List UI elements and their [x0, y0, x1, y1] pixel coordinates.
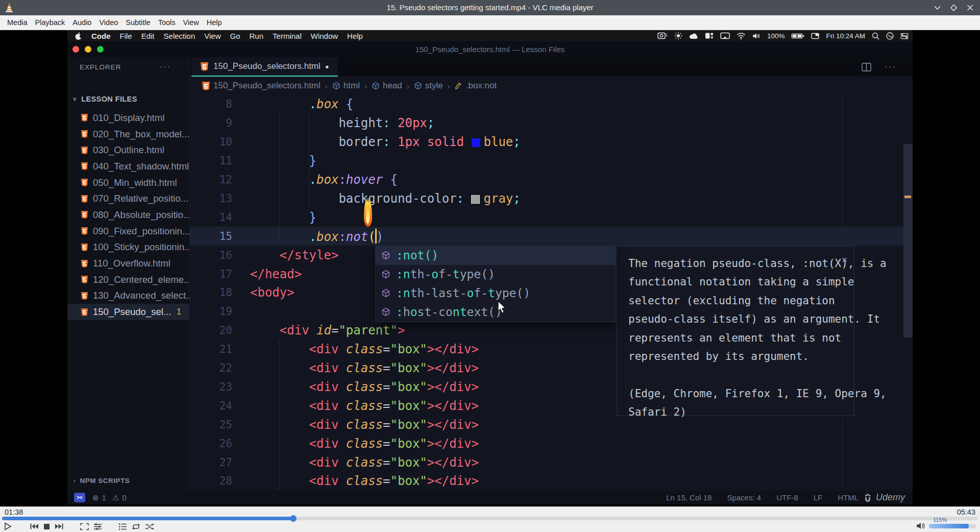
- file-item[interactable]: 130_Advanced_select...: [67, 288, 189, 304]
- code-line-14[interactable]: 14 }: [190, 208, 913, 227]
- suggest-item[interactable]: :nth-of-type(): [376, 265, 616, 284]
- macos-menu-selection[interactable]: Selection: [164, 32, 195, 40]
- code-line-27[interactable]: 27 <div class="box"></div>: [190, 453, 913, 472]
- macos-menu-code[interactable]: Code: [91, 32, 111, 40]
- loop-icon[interactable]: [132, 523, 140, 530]
- file-item[interactable]: 070_Relative_positio...: [67, 190, 189, 207]
- stop-icon[interactable]: [43, 523, 50, 530]
- seek-handle[interactable]: [290, 515, 297, 522]
- section-npm-scripts[interactable]: › NPM SCRIPTS: [67, 477, 130, 485]
- file-item[interactable]: 150_Pseudo_sel...1: [67, 304, 189, 320]
- breadcrumb-item[interactable]: 150_Pseudo_selectors.html: [202, 81, 321, 91]
- problems-indicator[interactable]: ⊗1 ⚠0: [92, 493, 127, 502]
- file-item[interactable]: 080_Absolute_positio...: [67, 207, 189, 223]
- macos-menu-terminal[interactable]: Terminal: [273, 32, 302, 40]
- breadcrumb-item[interactable]: .box:not: [455, 81, 497, 91]
- breadcrumb-item[interactable]: html: [332, 81, 360, 91]
- split-editor-icon[interactable]: [862, 63, 871, 71]
- previous-icon[interactable]: [30, 523, 39, 530]
- statusbar-item[interactable]: Ln 15, Col 18: [666, 493, 712, 502]
- close-traffic-light[interactable]: [72, 46, 79, 53]
- file-item[interactable]: 010_Display.html: [67, 110, 189, 126]
- file-item[interactable]: 110_Overflow.html: [67, 255, 189, 272]
- macos-menu-file[interactable]: File: [120, 32, 132, 40]
- wifi-icon[interactable]: [737, 33, 746, 39]
- file-item[interactable]: 050_Min_width.html: [67, 175, 189, 191]
- file-item[interactable]: 100_Sticky_positionin...: [67, 239, 189, 256]
- file-item[interactable]: 040_Text_shadow.html: [67, 158, 189, 175]
- brightness-icon[interactable]: [674, 32, 682, 40]
- code-line-8[interactable]: 8 .box {: [190, 95, 913, 114]
- more-actions-icon[interactable]: ···: [885, 62, 896, 72]
- close-icon[interactable]: ✕: [842, 250, 847, 269]
- vlc-menu-view[interactable]: View: [182, 17, 200, 28]
- file-item[interactable]: 020_The_box_model....: [67, 126, 189, 142]
- macos-menu-window[interactable]: Window: [311, 32, 338, 40]
- minimize-traffic-light[interactable]: [85, 46, 91, 53]
- breadcrumb-item[interactable]: style: [414, 81, 443, 91]
- statusbar-item[interactable]: Spaces: 4: [727, 493, 761, 502]
- battery-charging-icon[interactable]: [791, 33, 804, 39]
- play-icon[interactable]: [3, 522, 13, 531]
- code-line-28[interactable]: 28 <div class="box"></div>: [190, 472, 913, 491]
- suggest-item[interactable]: :host-context(): [376, 303, 616, 322]
- speaker-icon[interactable]: [916, 522, 925, 530]
- file-item[interactable]: 120_Centered_eleme...: [67, 272, 189, 288]
- macos-menu-edit[interactable]: Edit: [141, 32, 155, 40]
- vlc-menu-audio[interactable]: Audio: [71, 17, 92, 28]
- seek-bar[interactable]: [2, 517, 978, 520]
- vlc-menu-tools[interactable]: Tools: [157, 17, 177, 28]
- code-line-26[interactable]: 26 <div class="box"></div>: [190, 434, 913, 453]
- statusbar-item[interactable]: UTF-8: [776, 493, 798, 502]
- volume-slider[interactable]: 115%: [929, 524, 976, 528]
- volume-icon[interactable]: [752, 33, 761, 39]
- maximize-traffic-light[interactable]: [97, 46, 104, 53]
- vlc-menu-help[interactable]: Help: [206, 17, 223, 28]
- minimize-icon[interactable]: [934, 4, 941, 11]
- shuffle-icon[interactable]: [145, 523, 154, 530]
- statusbar-item[interactable]: HTML: [838, 493, 859, 502]
- macos-menu-view[interactable]: View: [204, 32, 220, 40]
- macos-menu-help[interactable]: Help: [347, 32, 363, 40]
- window-icon[interactable]: [811, 33, 819, 39]
- code-line-13[interactable]: 13 background-color: gray;: [190, 189, 913, 208]
- scrollbar-thumb[interactable]: [903, 144, 913, 337]
- breadcrumb-item[interactable]: head: [372, 81, 402, 91]
- file-item[interactable]: 030_Outline.html: [67, 142, 189, 158]
- suggest-item[interactable]: :not(): [376, 246, 616, 265]
- search-icon[interactable]: [872, 32, 879, 40]
- vlc-menu-video[interactable]: Video: [98, 17, 119, 28]
- cloud-icon[interactable]: [689, 33, 698, 39]
- code-line-15[interactable]: 15 .box:not(): [190, 227, 913, 246]
- stage-manager-icon[interactable]: [705, 32, 714, 39]
- control-center-icon[interactable]: [900, 33, 909, 39]
- code-line-10[interactable]: 10 border: 1px solid blue;: [190, 133, 913, 152]
- playlist-icon[interactable]: [118, 523, 127, 530]
- screen-record-icon[interactable]: 1: [657, 32, 668, 39]
- code-area[interactable]: 28 <div class="box"></div>27 <div class=…: [190, 95, 913, 491]
- statusbar-item[interactable]: LF: [814, 493, 823, 502]
- close-icon[interactable]: [966, 4, 974, 11]
- modified-dot-icon[interactable]: ●: [325, 63, 329, 70]
- file-item[interactable]: 090_Fixed_positionin...: [67, 223, 189, 239]
- tab-150-pseudo-selectors[interactable]: 150_Pseudo_selectors.html ●: [191, 57, 338, 77]
- vlc-menu-playback[interactable]: Playback: [34, 17, 66, 28]
- code-line-11[interactable]: 11 }: [190, 152, 913, 171]
- code-line-12[interactable]: 12 .box:hover {: [190, 171, 913, 189]
- macos-menu-run[interactable]: Run: [250, 32, 264, 40]
- section-lesson-files[interactable]: ∨ LESSON FILES: [67, 95, 137, 103]
- vlc-menu-media[interactable]: Media: [6, 17, 29, 28]
- code-line-9[interactable]: 9 height: 20px;: [190, 114, 913, 133]
- extended-settings-icon[interactable]: [93, 523, 102, 530]
- volume-control[interactable]: 115%: [916, 522, 976, 530]
- remote-indicator[interactable]: ><: [74, 493, 85, 502]
- maximize-icon[interactable]: [950, 4, 958, 11]
- siri-icon[interactable]: [886, 32, 894, 40]
- screen-mirroring-icon[interactable]: [720, 32, 730, 39]
- vlc-menu-subtitle[interactable]: Subtitle: [125, 17, 151, 28]
- fullscreen-icon[interactable]: [80, 523, 89, 530]
- macos-menu-go[interactable]: Go: [230, 32, 240, 40]
- suggest-item[interactable]: :nth-last-of-type(): [376, 284, 616, 303]
- video-frame[interactable]: CodeFileEditSelectionViewGoRunTerminalWi…: [0, 30, 980, 506]
- next-icon[interactable]: [55, 523, 64, 530]
